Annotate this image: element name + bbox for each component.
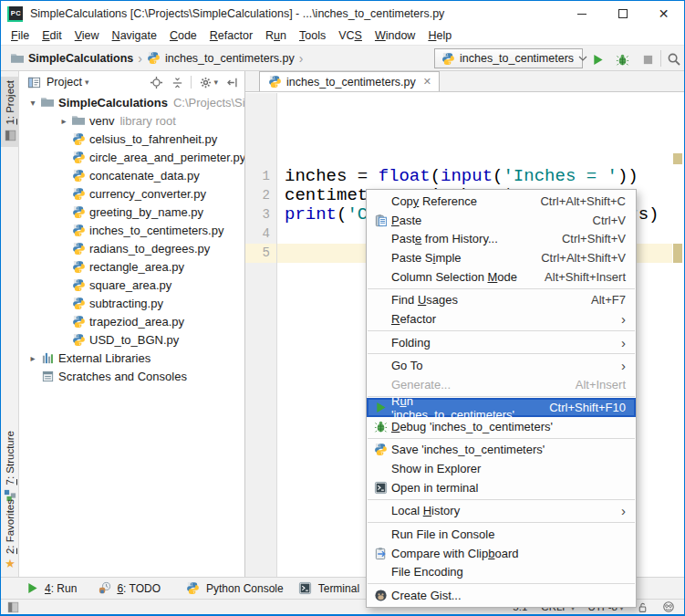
maximize-icon [618, 9, 628, 18]
context-menu-item-generate[interactable]: Generate...Alt+Insert [367, 375, 636, 394]
maximize-button[interactable] [602, 1, 643, 26]
menu-item-label: Paste from History... [391, 232, 498, 245]
stripe-button-2-favorites[interactable]: 2: Favorites★ [1, 496, 19, 573]
tree-row-square-area-py[interactable]: square_area.py [20, 276, 244, 294]
todo-icon [97, 581, 111, 596]
context-menu-item-refactor[interactable]: Refactor› [367, 309, 636, 329]
menubar-item-vcs[interactable]: VCS [332, 27, 368, 44]
debug-button[interactable] [614, 51, 630, 68]
context-menu-item-show-in-explorer[interactable]: Show in Explorer [367, 459, 636, 478]
menubar-item-edit[interactable]: Edit [36, 27, 68, 44]
unlock-icon[interactable] [637, 601, 649, 613]
tree-node-label: concatenate_data.py [89, 169, 200, 183]
context-menu-item-paste[interactable]: PasteCtrl+V [367, 211, 636, 230]
menubar-item-tools[interactable]: Tools [293, 27, 332, 44]
menu-item-label: Go To [391, 359, 422, 372]
run-button[interactable] [589, 51, 606, 68]
chevron-collapsed-icon[interactable]: ▸ [57, 116, 71, 126]
context-menu-item-go-to[interactable]: Go To› [367, 356, 636, 375]
tree-row-simplecalculations[interactable]: ▾SimpleCalculationsC:\Projects\SimpleCal… [20, 93, 244, 111]
menu-item-label: Copy Reference [391, 194, 477, 208]
close-button[interactable]: ✕ [643, 1, 684, 26]
context-menu-item-debug-inches-to-centimeters[interactable]: Debug 'inches_to_centimeters' [367, 417, 636, 436]
minimize-button[interactable] [561, 1, 602, 26]
tree-row-celsius-to-fahrenheit-py[interactable]: celsius_to_fahrenheit.py [20, 130, 244, 148]
menubar-item-code[interactable]: Code [163, 27, 203, 44]
tree-row-circle-area-and-perimeter-py[interactable]: circle_area_and_perimeter.py [20, 148, 244, 166]
context-menu-item-create-gist[interactable]: Create Gist... [367, 586, 636, 605]
tree-row-scratches-and-consoles[interactable]: Scratches and Consoles [20, 367, 244, 385]
chevron-down-icon: ▾ [85, 78, 89, 87]
tree-row-external-libraries[interactable]: ▸External Libraries [20, 349, 244, 367]
minimize-icon [577, 14, 586, 15]
tree-row-currency-converter-py[interactable]: currency_converter.py [20, 184, 244, 203]
context-menu-item-folding[interactable]: Folding› [367, 333, 636, 352]
context-menu-item-local-history[interactable]: Local History› [367, 502, 636, 521]
locate-file-icon[interactable] [149, 75, 163, 89]
menubar-item-refactor[interactable]: Refactor [203, 27, 259, 44]
breadcrumb-simplecalculations[interactable]: SimpleCalculations [8, 51, 135, 66]
context-menu-item-paste-from-history[interactable]: Paste from History...Ctrl+Shift+V [367, 230, 636, 249]
run-icon [590, 52, 605, 67]
context-menu-item-run-inches-to-centimeters[interactable]: Run 'inches_to_centimeters'Ctrl+Shift+F1… [367, 398, 636, 417]
context-menu-item-save-inches-to-centimeters[interactable]: Save 'inches_to_centimeters' [367, 441, 636, 460]
tool-window-button-terminal[interactable]: Terminal [298, 581, 359, 596]
line-number: 2 [251, 186, 276, 205]
tool-window-button-4-run[interactable]: 4: Run [25, 581, 77, 596]
search-everywhere-button[interactable] [666, 51, 682, 68]
context-menu-item-find-usages[interactable]: Find UsagesAlt+F7 [367, 291, 636, 310]
menu-item-label: Find Usages [391, 293, 458, 307]
tree-row-trapeziod-area-py[interactable]: trapeziod_area.py [20, 312, 244, 330]
context-menu-item-run-file-in-console[interactable]: Run File in Console [367, 525, 636, 544]
tree-row-concatenate-data-py[interactable]: concatenate_data.py [20, 166, 244, 184]
chevron-expanded-icon[interactable]: ▾ [26, 98, 40, 108]
debug-icon [615, 52, 629, 67]
menu-separator [368, 288, 635, 289]
context-menu-item-file-encoding[interactable]: File Encoding [367, 563, 636, 582]
debug-icon [372, 420, 389, 433]
tree-row-subtracting-py[interactable]: subtracting.py [20, 294, 244, 312]
menu-separator [368, 330, 635, 331]
menu-item-label: Show in Explorer [391, 462, 481, 475]
hector-inspector-icon[interactable] [662, 600, 675, 613]
tree-row-greeting-by-name-py[interactable]: greeting_by_name.py [20, 203, 244, 221]
context-menu-item-copy-reference[interactable]: Copy ReferenceCtrl+Alt+Shift+C [367, 192, 636, 211]
context-menu-item-column-selection-mode[interactable]: Column Selection ModeAlt+Shift+Insert [367, 267, 636, 287]
project-tree: ▾SimpleCalculationsC:\Projects\SimpleCal… [20, 93, 244, 577]
menubar-item-navigate[interactable]: Navigate [106, 27, 163, 44]
tree-row-venv[interactable]: ▸venvlibrary root [20, 111, 244, 130]
tree-node-label: rectangle_area.py [89, 260, 184, 274]
menubar-item-view[interactable]: View [68, 27, 106, 44]
editor-scrollbar[interactable] [672, 93, 684, 577]
menubar-item-help[interactable]: Help [421, 27, 458, 44]
settings-button[interactable]: ▾ [198, 75, 218, 89]
hide-panel-icon[interactable] [224, 75, 239, 89]
menubar-item-run[interactable]: Run [259, 27, 293, 44]
tool-window-button-6-todo[interactable]: 6: TODO [97, 581, 161, 596]
menubar-item-window[interactable]: Window [368, 27, 421, 44]
tree-node-label: trapeziod_area.py [89, 315, 184, 329]
run-configuration-select[interactable]: inches_to_centimeters [434, 48, 583, 68]
context-menu-item-paste-simple[interactable]: Paste SimpleCtrl+Alt+Shift+V [367, 248, 636, 267]
tree-row-usd-to-bgn-py[interactable]: USD_to_BGN.py [20, 330, 244, 349]
context-menu-item-open-in-terminal[interactable]: Open in terminal [367, 478, 636, 497]
tree-row-rectangle-area-py[interactable]: rectangle_area.py [20, 257, 244, 276]
editor-tab-bar: inches_to_centimeters.py ✕ [245, 71, 684, 92]
tree-row-inches-to-centimeters-py[interactable]: inches_to_centimeters.py [20, 221, 244, 239]
menu-item-label: Run File in Console [391, 527, 494, 541]
stripe-button-1-project[interactable]: 1: Project [1, 77, 19, 147]
code-token: 'Inches = ' [503, 166, 617, 186]
context-menu-item-compare-with-clipboard[interactable]: Compare with Clipboard [367, 544, 636, 563]
tab-close-icon[interactable]: ✕ [423, 77, 431, 87]
stop-button[interactable] [639, 51, 656, 68]
tool-window-button-python-console[interactable]: Python Console [186, 581, 284, 596]
tree-row-radians-to-degrees-py[interactable]: radians_to_degrees.py [20, 239, 244, 257]
collapse-all-icon[interactable] [170, 75, 184, 89]
menubar-item-file[interactable]: File [5, 27, 36, 44]
chevron-collapsed-icon[interactable]: ▸ [26, 353, 40, 363]
tab-inches-to-centimeters[interactable]: inches_to_centimeters.py ✕ [259, 71, 440, 91]
menu-item-label: Paste [391, 214, 421, 227]
project-panel-title[interactable]: Project [47, 76, 82, 89]
breadcrumb-inches-to-centimeters-py[interactable]: inches_to_centimeters.py [145, 51, 296, 66]
tool-window-toggle-icon[interactable] [7, 601, 19, 613]
